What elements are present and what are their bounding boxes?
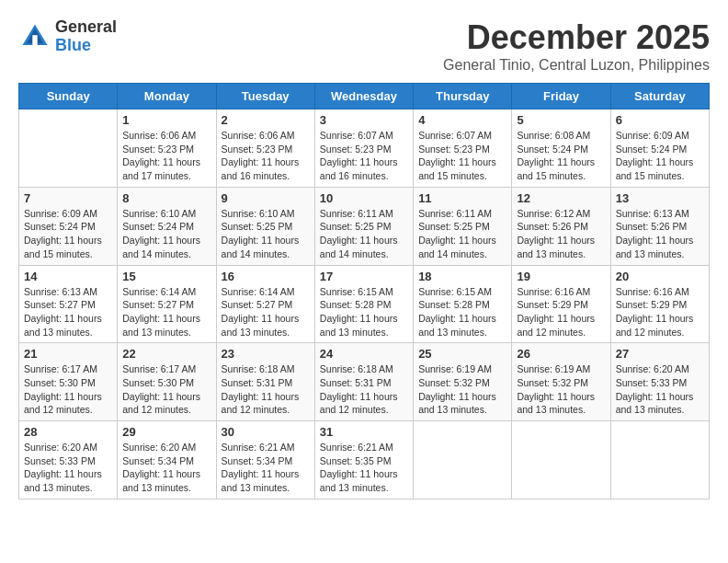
day-info: Sunrise: 6:12 AM Sunset: 5:26 PM Dayligh… [517,207,605,261]
day-info: Sunrise: 6:10 AM Sunset: 5:25 PM Dayligh… [222,207,310,261]
logo-icon [18,20,51,53]
calendar-cell: 7Sunrise: 6:09 AM Sunset: 5:24 PM Daylig… [19,187,118,265]
day-number: 24 [320,347,408,361]
day-info: Sunrise: 6:13 AM Sunset: 5:27 PM Dayligh… [24,285,112,339]
calendar-cell: 13Sunrise: 6:13 AM Sunset: 5:26 PM Dayli… [610,187,709,265]
calendar-cell: 14Sunrise: 6:13 AM Sunset: 5:27 PM Dayli… [19,265,118,343]
day-info: Sunrise: 6:20 AM Sunset: 5:34 PM Dayligh… [122,441,210,495]
day-number: 27 [616,347,704,361]
weekday-header-tuesday: Tuesday [216,84,314,109]
weekday-header-thursday: Thursday [414,84,512,109]
calendar-cell: 25Sunrise: 6:19 AM Sunset: 5:32 PM Dayli… [414,343,512,421]
day-info: Sunrise: 6:11 AM Sunset: 5:25 PM Dayligh… [418,207,506,261]
svg-rect-2 [32,35,37,45]
day-info: Sunrise: 6:06 AM Sunset: 5:23 PM Dayligh… [122,129,210,183]
day-number: 2 [222,113,310,127]
weekday-header-friday: Friday [512,84,610,109]
day-number: 28 [24,425,112,439]
day-info: Sunrise: 6:18 AM Sunset: 5:31 PM Dayligh… [222,362,310,417]
logo-text: General Blue [55,18,117,55]
calendar-week-row: 28Sunrise: 6:20 AM Sunset: 5:33 PM Dayli… [19,421,710,500]
day-number: 14 [24,270,112,283]
calendar-cell: 8Sunrise: 6:10 AM Sunset: 5:24 PM Daylig… [118,187,216,265]
calendar-table: SundayMondayTuesdayWednesdayThursdayFrid… [18,83,710,500]
day-info: Sunrise: 6:14 AM Sunset: 5:27 PM Dayligh… [122,285,210,339]
calendar-cell [414,421,512,500]
calendar-cell: 5Sunrise: 6:08 AM Sunset: 5:24 PM Daylig… [512,109,610,188]
day-info: Sunrise: 6:19 AM Sunset: 5:32 PM Dayligh… [418,362,506,417]
day-number: 10 [320,191,408,205]
calendar-cell: 26Sunrise: 6:19 AM Sunset: 5:32 PM Dayli… [512,343,610,421]
day-info: Sunrise: 6:08 AM Sunset: 5:24 PM Dayligh… [517,129,605,183]
calendar-cell: 10Sunrise: 6:11 AM Sunset: 5:25 PM Dayli… [314,187,413,265]
calendar-cell: 24Sunrise: 6:18 AM Sunset: 5:31 PM Dayli… [314,343,413,421]
day-info: Sunrise: 6:17 AM Sunset: 5:30 PM Dayligh… [122,362,210,417]
calendar-cell: 30Sunrise: 6:21 AM Sunset: 5:34 PM Dayli… [216,421,314,500]
day-number: 3 [320,113,408,127]
day-number: 20 [616,270,704,283]
day-number: 12 [517,191,605,205]
day-number: 5 [517,113,605,127]
day-info: Sunrise: 6:07 AM Sunset: 5:23 PM Dayligh… [418,129,506,183]
day-number: 29 [122,425,210,439]
day-number: 6 [616,113,704,127]
day-number: 22 [122,347,210,361]
day-info: Sunrise: 6:19 AM Sunset: 5:32 PM Dayligh… [517,362,605,417]
calendar-cell: 16Sunrise: 6:14 AM Sunset: 5:27 PM Dayli… [216,265,314,343]
day-number: 31 [320,425,408,439]
day-info: Sunrise: 6:11 AM Sunset: 5:25 PM Dayligh… [320,207,408,261]
calendar-cell: 12Sunrise: 6:12 AM Sunset: 5:26 PM Dayli… [512,187,610,265]
day-number: 18 [418,270,506,283]
calendar-cell [19,109,118,188]
calendar-cell: 22Sunrise: 6:17 AM Sunset: 5:30 PM Dayli… [118,343,216,421]
weekday-header-saturday: Saturday [610,84,709,109]
day-info: Sunrise: 6:13 AM Sunset: 5:26 PM Dayligh… [616,207,704,261]
calendar-week-row: 21Sunrise: 6:17 AM Sunset: 5:30 PM Dayli… [19,343,710,421]
calendar-cell: 4Sunrise: 6:07 AM Sunset: 5:23 PM Daylig… [414,109,512,188]
day-number: 30 [222,425,310,439]
calendar-cell: 27Sunrise: 6:20 AM Sunset: 5:33 PM Dayli… [610,343,709,421]
day-number: 25 [418,347,506,361]
day-info: Sunrise: 6:16 AM Sunset: 5:29 PM Dayligh… [517,285,605,339]
calendar-cell: 6Sunrise: 6:09 AM Sunset: 5:24 PM Daylig… [610,109,709,188]
day-info: Sunrise: 6:16 AM Sunset: 5:29 PM Dayligh… [616,285,704,339]
day-number: 4 [418,113,506,127]
calendar-cell: 1Sunrise: 6:06 AM Sunset: 5:23 PM Daylig… [118,109,216,188]
day-info: Sunrise: 6:07 AM Sunset: 5:23 PM Dayligh… [320,129,408,183]
day-number: 13 [616,191,704,205]
day-info: Sunrise: 6:20 AM Sunset: 5:33 PM Dayligh… [24,441,112,495]
weekday-header-row: SundayMondayTuesdayWednesdayThursdayFrid… [19,84,710,109]
calendar-cell: 3Sunrise: 6:07 AM Sunset: 5:23 PM Daylig… [314,109,413,188]
calendar-cell: 9Sunrise: 6:10 AM Sunset: 5:25 PM Daylig… [216,187,314,265]
calendar-cell: 20Sunrise: 6:16 AM Sunset: 5:29 PM Dayli… [610,265,709,343]
logo: General Blue [18,18,117,55]
day-info: Sunrise: 6:18 AM Sunset: 5:31 PM Dayligh… [320,362,408,417]
day-number: 15 [122,270,210,283]
day-number: 1 [122,113,210,127]
day-info: Sunrise: 6:15 AM Sunset: 5:28 PM Dayligh… [320,285,408,339]
calendar-cell: 31Sunrise: 6:21 AM Sunset: 5:35 PM Dayli… [314,421,413,500]
calendar-cell: 23Sunrise: 6:18 AM Sunset: 5:31 PM Dayli… [216,343,314,421]
month-title: December 2025 [443,18,710,57]
calendar-cell: 21Sunrise: 6:17 AM Sunset: 5:30 PM Dayli… [19,343,118,421]
subtitle: General Tinio, Central Luzon, Philippine… [443,57,710,74]
calendar-week-row: 14Sunrise: 6:13 AM Sunset: 5:27 PM Dayli… [19,265,710,343]
calendar-cell: 28Sunrise: 6:20 AM Sunset: 5:33 PM Dayli… [19,421,118,500]
weekday-header-sunday: Sunday [19,84,118,109]
day-info: Sunrise: 6:06 AM Sunset: 5:23 PM Dayligh… [222,129,310,183]
day-number: 19 [517,270,605,283]
logo-blue-text: Blue [55,37,117,55]
weekday-header-wednesday: Wednesday [314,84,413,109]
day-number: 11 [418,191,506,205]
day-info: Sunrise: 6:17 AM Sunset: 5:30 PM Dayligh… [24,362,112,417]
day-info: Sunrise: 6:09 AM Sunset: 5:24 PM Dayligh… [616,129,704,183]
calendar-cell: 18Sunrise: 6:15 AM Sunset: 5:28 PM Dayli… [414,265,512,343]
title-section: December 2025 General Tinio, Central Luz… [443,18,710,74]
calendar-week-row: 1Sunrise: 6:06 AM Sunset: 5:23 PM Daylig… [19,109,710,188]
day-number: 16 [222,270,310,283]
day-info: Sunrise: 6:20 AM Sunset: 5:33 PM Dayligh… [616,362,704,417]
day-number: 9 [222,191,310,205]
calendar-cell: 2Sunrise: 6:06 AM Sunset: 5:23 PM Daylig… [216,109,314,188]
calendar-cell: 15Sunrise: 6:14 AM Sunset: 5:27 PM Dayli… [118,265,216,343]
day-info: Sunrise: 6:21 AM Sunset: 5:35 PM Dayligh… [320,441,408,495]
